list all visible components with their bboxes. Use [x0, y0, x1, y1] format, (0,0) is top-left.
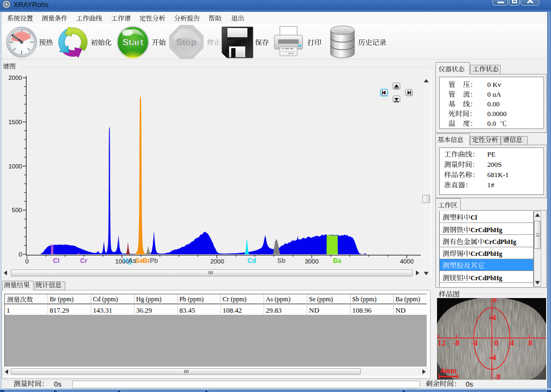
svg-text:4000: 4000 [400, 258, 414, 265]
svg-text:2000: 2000 [8, 75, 22, 81]
svg-text:CrCdPbHg: CrCdPbHg [471, 250, 502, 258]
svg-text:Cl: Cl [53, 257, 59, 265]
svg-text:-8: -8 [453, 339, 460, 347]
svg-text:4mm: 4mm [440, 367, 457, 375]
svg-text:2000: 2000 [210, 258, 224, 265]
svg-text:1000: 1000 [8, 163, 22, 170]
svg-text:-4: -4 [489, 313, 496, 322]
svg-text:8: 8 [528, 339, 533, 347]
svg-text:0: 0 [25, 258, 29, 265]
svg-text:-4: -4 [471, 339, 478, 347]
svg-text:0: 0 [19, 251, 22, 258]
svg-text:Ba: Ba [333, 257, 341, 265]
svg-text:12: 12 [438, 339, 446, 347]
svg-text:Pb: Pb [150, 257, 158, 265]
svg-text:500: 500 [12, 207, 22, 213]
svg-text:CrCdPbHg: CrCdPbHg [471, 226, 502, 234]
svg-text:Cr: Cr [80, 257, 88, 265]
svg-text:CrCdPbHg: CrCdPbHg [471, 274, 502, 282]
svg-text:1500: 1500 [8, 119, 22, 125]
svg-text:0: 0 [494, 339, 499, 347]
svg-text:Cd: Cd [247, 257, 256, 265]
svg-text:-8: -8 [494, 373, 501, 380]
svg-text:4: 4 [510, 339, 514, 347]
svg-text:CrCdPbHg: CrCdPbHg [485, 238, 516, 246]
svg-text:Cl: Cl [471, 214, 478, 221]
svg-text:8: 8 [493, 298, 497, 304]
svg-text:Sb: Sb [277, 257, 285, 265]
svg-text:-4: -4 [489, 353, 496, 362]
svg-text:3000: 3000 [305, 258, 319, 265]
svg-text:Br: Br [143, 257, 150, 265]
